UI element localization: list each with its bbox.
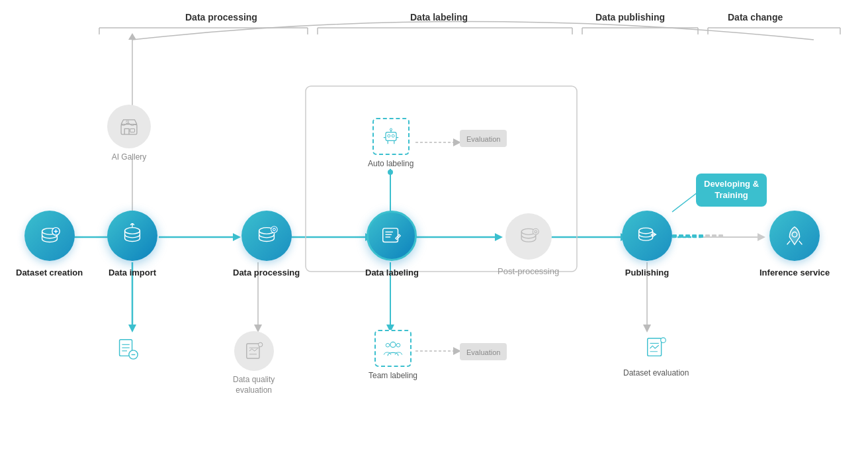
label-post-processing: Post-processing bbox=[498, 266, 559, 276]
diagram-container: Data processing Data labeling Data publi… bbox=[0, 0, 868, 455]
eval-badge-auto: Evaluation bbox=[460, 130, 507, 147]
svg-point-61 bbox=[533, 228, 539, 234]
category-data-labeling: Data labeling bbox=[410, 12, 468, 23]
node-data-processing[interactable]: Data processing bbox=[233, 211, 300, 278]
eval-label-auto: Evaluation bbox=[466, 135, 500, 143]
node-inference-service[interactable]: Inference service bbox=[760, 211, 830, 278]
svg-point-38 bbox=[388, 170, 393, 175]
category-data-processing: Data processing bbox=[185, 12, 257, 23]
eval-label-team: Evaluation bbox=[466, 348, 500, 356]
node-post-processing[interactable]: Post-processing bbox=[498, 213, 559, 276]
svg-point-70 bbox=[387, 134, 390, 137]
sub-node-dataset-evaluation: Dataset evaluation bbox=[623, 331, 689, 378]
svg-marker-47 bbox=[128, 33, 136, 40]
svg-point-91 bbox=[396, 343, 400, 347]
svg-point-63 bbox=[639, 228, 653, 234]
sub-node-ai-gallery: AI AI Gallery bbox=[107, 105, 151, 162]
svg-point-73 bbox=[390, 128, 392, 130]
label-inference-service: Inference service bbox=[760, 268, 830, 278]
label-publishing: Publishing bbox=[625, 268, 669, 278]
svg-line-45 bbox=[672, 192, 698, 212]
svg-point-52 bbox=[125, 228, 140, 234]
sub-node-team-labeling: Team labeling bbox=[369, 330, 417, 380]
sub-node-data-quality: Data qualityevaluation bbox=[233, 331, 275, 395]
svg-point-82 bbox=[258, 342, 262, 346]
node-data-labeling[interactable]: Data labeling bbox=[365, 211, 419, 278]
svg-point-71 bbox=[392, 134, 394, 137]
svg-rect-92 bbox=[647, 338, 661, 356]
svg-rect-69 bbox=[386, 132, 396, 141]
svg-rect-67 bbox=[130, 128, 135, 132]
label-data-quality: Data qualityevaluation bbox=[233, 375, 275, 395]
dashed-progress bbox=[672, 234, 723, 238]
svg-point-54 bbox=[271, 227, 277, 233]
label-dataset-evaluation: Dataset evaluation bbox=[623, 368, 689, 378]
label-ai-gallery: AI Gallery bbox=[112, 152, 147, 162]
node-publishing[interactable]: Publishing bbox=[622, 211, 672, 278]
svg-point-89 bbox=[390, 342, 396, 347]
developing-training-label: Developing &Training bbox=[704, 179, 759, 201]
svg-point-96 bbox=[660, 338, 666, 343]
sub-node-data-delete bbox=[110, 331, 144, 366]
label-data-labeling: Data labeling bbox=[365, 268, 419, 278]
eval-badge-team: Evaluation bbox=[460, 343, 507, 360]
svg-rect-78 bbox=[246, 344, 259, 358]
svg-text:AI: AI bbox=[126, 119, 130, 123]
label-dataset-creation: Dataset creation bbox=[16, 268, 83, 278]
node-dataset-creation[interactable]: Dataset creation bbox=[16, 211, 83, 278]
label-team-labeling: Team labeling bbox=[369, 371, 417, 380]
svg-rect-56 bbox=[383, 228, 398, 242]
label-data-import: Data import bbox=[108, 268, 156, 278]
sub-node-auto-labeling: Auto labeling bbox=[368, 118, 413, 168]
category-data-change: Data change bbox=[728, 12, 783, 23]
svg-point-90 bbox=[386, 343, 390, 347]
label-data-processing: Data processing bbox=[233, 268, 300, 278]
node-data-import[interactable]: Data import bbox=[107, 211, 157, 278]
category-data-publishing: Data publishing bbox=[595, 12, 665, 23]
label-auto-labeling: Auto labeling bbox=[368, 159, 413, 168]
developing-training-badge: Developing &Training bbox=[696, 174, 767, 207]
